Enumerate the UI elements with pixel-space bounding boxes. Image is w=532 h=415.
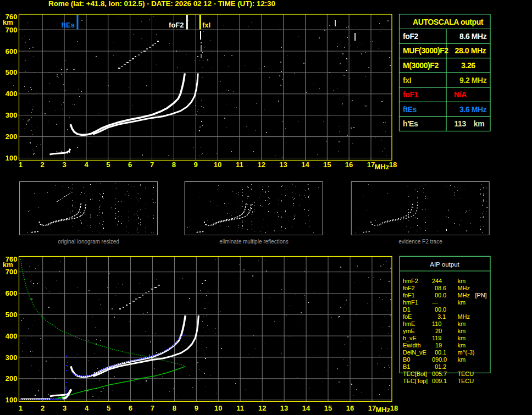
svg-text:700: 700 [5, 268, 18, 276]
svg-text:6: 6 [129, 404, 132, 412]
svg-text:1: 1 [19, 404, 23, 412]
svg-text:[PN]: [PN] [475, 292, 487, 298]
svg-text:00.1: 00.1 [435, 349, 446, 356]
svg-text:119: 119 [432, 335, 441, 341]
svg-text:eliminate multiple reflections: eliminate multiple reflections [219, 239, 289, 245]
svg-text:D1: D1 [403, 306, 411, 313]
svg-text:6: 6 [128, 161, 132, 169]
svg-text:MHz: MHz [376, 406, 391, 414]
svg-text:600: 600 [5, 289, 18, 297]
svg-text:300: 300 [5, 353, 18, 362]
svg-text:M(3000)F2: M(3000)F2 [403, 61, 439, 70]
svg-text:MHz: MHz [458, 292, 470, 298]
svg-text:m^(-3): m^(-3) [458, 349, 475, 356]
svg-text:14: 14 [301, 161, 309, 169]
svg-text:400: 400 [5, 332, 18, 340]
svg-text:MUF(3000)F2: MUF(3000)F2 [403, 46, 448, 55]
svg-text:600: 600 [5, 47, 18, 56]
svg-text:5: 5 [107, 404, 110, 412]
svg-text:8: 8 [173, 404, 176, 412]
svg-text:---: --- [432, 299, 438, 306]
svg-text:8.6 MHz: 8.6 MHz [459, 32, 487, 41]
svg-text:100: 100 [5, 396, 18, 404]
svg-text:AIP output: AIP output [430, 261, 459, 268]
svg-text:evidence F2 trace: evidence F2 trace [398, 239, 442, 245]
svg-text:15: 15 [324, 404, 332, 412]
svg-text:10: 10 [214, 161, 221, 169]
svg-text:original ionogram resized: original ionogram resized [58, 239, 119, 245]
svg-text:km: km [458, 342, 465, 348]
svg-text:13: 13 [280, 404, 288, 412]
svg-text:foE: foE [403, 313, 412, 320]
svg-text:11: 11 [236, 404, 244, 412]
svg-text:fxI: fxI [202, 21, 210, 29]
svg-text:Rome (lat: +41.8, lon: 012.5): Rome (lat: +41.8, lon: 012.5) - DATE: 20… [48, 0, 275, 8]
svg-text:N/A: N/A [454, 90, 467, 99]
svg-text:17: 17 [367, 161, 375, 169]
svg-text:18: 18 [389, 161, 397, 169]
svg-text:200: 200 [5, 374, 18, 383]
svg-text:1: 1 [19, 161, 23, 169]
svg-text:TECU: TECU [458, 370, 474, 377]
svg-text:9.2 MHz: 9.2 MHz [459, 76, 487, 85]
svg-text:3.26: 3.26 [461, 61, 475, 70]
svg-text:AUTOSCALA output: AUTOSCALA output [413, 18, 484, 26]
svg-text:km: km [3, 18, 13, 26]
svg-text:km: km [458, 335, 465, 341]
svg-text:110: 110 [432, 320, 441, 327]
svg-text:3: 3 [62, 161, 66, 169]
svg-text:km: km [458, 299, 465, 306]
svg-text:MHz: MHz [458, 285, 470, 291]
svg-text:Ewidth: Ewidth [403, 342, 420, 348]
svg-text:17: 17 [368, 404, 376, 412]
svg-text:11: 11 [236, 161, 243, 169]
svg-text:100: 100 [5, 154, 18, 162]
svg-text:00.0: 00.0 [435, 292, 446, 298]
svg-text:DelN_vE: DelN_vE [403, 349, 426, 356]
svg-text:4: 4 [84, 161, 88, 169]
svg-text:hmF1: hmF1 [403, 299, 418, 306]
svg-text:16: 16 [345, 161, 353, 169]
svg-text:500: 500 [5, 68, 18, 76]
svg-text:200: 200 [5, 132, 18, 141]
svg-text:9: 9 [194, 161, 198, 169]
svg-text:ftEs: ftEs [403, 105, 417, 114]
svg-text:km: km [3, 261, 13, 269]
svg-text:10: 10 [214, 404, 222, 412]
svg-text:4: 4 [85, 404, 89, 412]
svg-text:12: 12 [258, 404, 266, 412]
svg-text:01.2: 01.2 [435, 363, 446, 370]
svg-text:15: 15 [323, 161, 331, 169]
svg-text:08.6: 08.6 [435, 285, 446, 291]
svg-text:8: 8 [172, 161, 176, 169]
svg-text:7: 7 [150, 161, 154, 169]
svg-text:700: 700 [5, 26, 18, 34]
svg-text:113 km: 113 km [455, 119, 485, 128]
svg-text:244: 244 [432, 278, 442, 284]
svg-text:14: 14 [302, 404, 311, 412]
svg-text:foF1: foF1 [403, 292, 415, 298]
svg-text:7: 7 [151, 404, 154, 412]
svg-text:km: km [458, 278, 465, 284]
svg-text:009.1: 009.1 [432, 378, 447, 384]
svg-text:500: 500 [5, 311, 18, 319]
svg-text:foF2: foF2 [403, 285, 415, 291]
svg-text:B0: B0 [403, 356, 410, 363]
svg-text:18: 18 [390, 404, 398, 412]
svg-text:km: km [458, 328, 465, 334]
svg-text:9: 9 [195, 404, 198, 412]
svg-text:fxI: fxI [403, 76, 411, 85]
svg-text:19: 19 [435, 342, 442, 348]
svg-text:00.0: 00.0 [435, 306, 446, 313]
svg-text:13: 13 [279, 161, 287, 169]
svg-text:300: 300 [5, 111, 18, 119]
svg-text:3.6 MHz: 3.6 MHz [459, 105, 487, 114]
svg-text:ftEs: ftEs [61, 21, 75, 29]
svg-text:km: km [458, 320, 465, 327]
svg-text:005.7: 005.7 [432, 370, 447, 377]
svg-text:MHz: MHz [458, 313, 470, 320]
svg-text:3.1: 3.1 [437, 313, 446, 320]
svg-text:h_vE: h_vE [403, 335, 417, 341]
svg-text:B1: B1 [403, 363, 410, 370]
svg-text:TEC[Bot]: TEC[Bot] [403, 370, 427, 377]
